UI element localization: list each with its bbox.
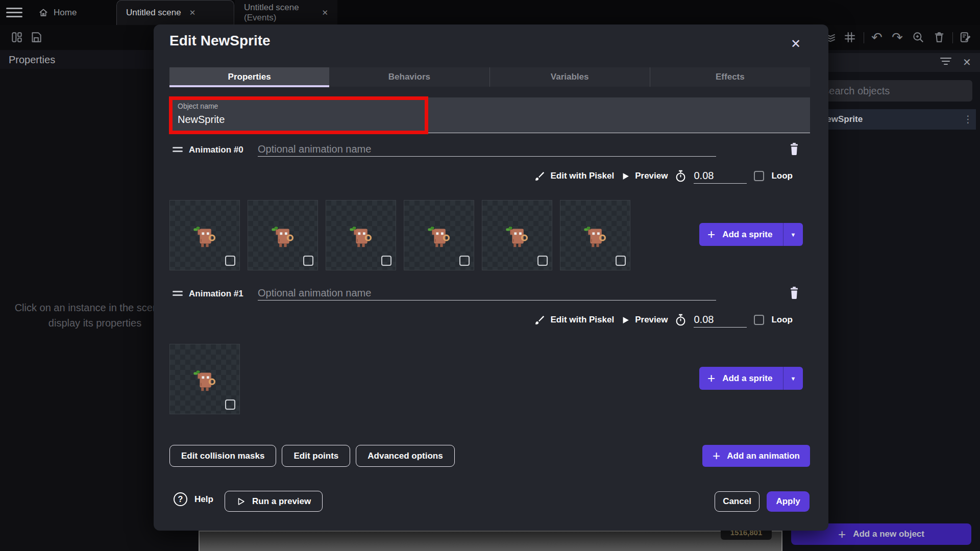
edit-sprite-dialog: Edit NewSprite ✕ Properties Behaviors Va…	[154, 24, 828, 531]
scene-canvas[interactable]	[199, 531, 782, 551]
animation-name-input[interactable]	[258, 142, 716, 157]
save-icon[interactable]	[30, 31, 43, 44]
close-icon[interactable]: ✕	[963, 56, 971, 68]
animation-label: Animation #0	[189, 145, 243, 155]
loop-label: Loop	[771, 315, 793, 325]
hamburger-icon	[6, 8, 22, 9]
chevron-down-icon[interactable]: ▼	[783, 375, 803, 382]
undo-icon[interactable]: ↶	[870, 31, 884, 44]
dialog-title: Edit NewSprite	[169, 33, 271, 49]
zoom-in-icon[interactable]	[912, 31, 925, 44]
add-sprite-button[interactable]: + Add a sprite ▼	[699, 223, 803, 246]
edit-with-piskel-button[interactable]: Edit with Piskel	[534, 170, 614, 182]
play-icon	[621, 172, 630, 181]
plus-icon: +	[707, 227, 715, 242]
frame-checkbox[interactable]	[303, 256, 313, 266]
grid-icon[interactable]	[843, 31, 856, 44]
redo-icon[interactable]: ↷	[891, 31, 904, 44]
sprite-tools-row: Edit collision masks Edit points Advance…	[169, 445, 455, 467]
drag-handle-icon[interactable]	[173, 291, 183, 296]
add-sprite-label: Add a sprite	[722, 230, 772, 240]
chevron-down-icon[interactable]: ▼	[783, 232, 803, 238]
tab-untitled-scene-events[interactable]: Untitled scene (Events) ✕	[235, 0, 337, 25]
plus-icon: +	[838, 528, 846, 541]
frame-checkbox[interactable]	[381, 256, 391, 266]
brush-icon	[534, 314, 545, 325]
main-menu-button[interactable]	[6, 8, 22, 18]
run-preview-label: Run a preview	[252, 496, 311, 507]
frames-row	[169, 200, 630, 270]
advanced-options-button[interactable]: Advanced options	[356, 445, 454, 467]
tab-home-label: Home	[54, 8, 77, 18]
drag-handle-icon[interactable]	[173, 147, 183, 152]
preview-button[interactable]: Preview	[621, 171, 668, 181]
plus-icon: +	[707, 370, 715, 386]
tab-behaviors[interactable]: Behaviors	[329, 67, 489, 87]
tab-home[interactable]: Home	[29, 0, 86, 25]
animation-header: Animation #0	[169, 142, 810, 157]
animation-header: Animation #1	[169, 286, 810, 300]
tab-properties[interactable]: Properties	[169, 67, 329, 87]
frame-delay-input[interactable]	[694, 168, 747, 184]
preview-label: Preview	[635, 171, 668, 181]
sprite-frame-thumbnail[interactable]	[169, 344, 240, 414]
dialog-footer: ? Help Run a preview Cancel Apply	[169, 489, 810, 512]
sprite-frame-thumbnail[interactable]	[404, 200, 474, 270]
preview-label: Preview	[635, 315, 668, 325]
pig-sprite-image	[501, 225, 533, 255]
pig-sprite-image	[266, 225, 299, 255]
delete-animation-button[interactable]	[788, 286, 801, 300]
animation-label: Animation #1	[189, 289, 243, 299]
help-button[interactable]: ? Help	[174, 492, 213, 506]
stopwatch-icon	[675, 170, 687, 183]
edit-with-piskel-button[interactable]: Edit with Piskel	[534, 314, 614, 325]
preview-button[interactable]: Preview	[621, 315, 668, 325]
help-icon: ?	[174, 492, 187, 506]
brush-icon	[534, 170, 545, 182]
object-name-field[interactable]: Object name NewSprite	[169, 97, 810, 133]
edit-points-button[interactable]: Edit points	[282, 445, 350, 467]
sprite-frame-thumbnail[interactable]	[482, 200, 552, 270]
frame-checkbox[interactable]	[459, 256, 470, 266]
delete-animation-button[interactable]	[788, 142, 801, 157]
animation-name-input[interactable]	[258, 286, 716, 300]
dialog-tab-bar: Properties Behaviors Variables Effects	[169, 67, 810, 87]
trash-icon[interactable]	[933, 31, 946, 44]
loop-checkbox[interactable]	[754, 171, 764, 181]
run-preview-button[interactable]: Run a preview	[225, 491, 323, 512]
plus-icon: +	[713, 448, 720, 464]
apply-button[interactable]: Apply	[767, 491, 810, 512]
frame-checkbox[interactable]	[537, 256, 548, 266]
frame-checkbox[interactable]	[225, 399, 235, 410]
sprite-frame-thumbnail[interactable]	[248, 200, 318, 270]
add-animation-label: Add an animation	[727, 451, 800, 461]
close-icon[interactable]: ✕	[322, 8, 328, 17]
tab-variables[interactable]: Variables	[489, 67, 650, 87]
top-tab-bar: Home Untitled scene ✕ Untitled scene (Ev…	[0, 0, 980, 25]
add-sprite-button[interactable]: + Add a sprite ▼	[699, 367, 803, 390]
sprite-frame-thumbnail[interactable]	[560, 200, 630, 270]
tab-untitled-scene[interactable]: Untitled scene ✕	[116, 0, 234, 25]
layout-panels-icon[interactable]	[10, 31, 23, 44]
more-options-icon[interactable]: ⋮	[963, 113, 973, 125]
frame-delay-input[interactable]	[694, 312, 747, 328]
close-icon[interactable]: ✕	[189, 8, 196, 17]
add-animation-button[interactable]: + Add an animation	[702, 445, 810, 467]
loop-checkbox[interactable]	[754, 315, 764, 325]
home-icon	[38, 8, 48, 18]
cancel-button[interactable]: Cancel	[715, 491, 760, 512]
rename-icon[interactable]	[959, 31, 972, 44]
stopwatch-icon	[675, 314, 687, 327]
close-icon[interactable]: ✕	[791, 37, 801, 51]
sprite-frame-thumbnail[interactable]	[326, 200, 396, 270]
filter-icon[interactable]	[940, 58, 951, 67]
object-name-value: NewSprite	[178, 114, 225, 126]
pig-sprite-image	[188, 225, 221, 255]
sprite-frame-thumbnail[interactable]	[169, 200, 240, 270]
frame-checkbox[interactable]	[616, 256, 626, 266]
frame-checkbox[interactable]	[225, 256, 235, 266]
tab-scene-label: Untitled scene	[126, 8, 181, 18]
edit-collision-masks-button[interactable]: Edit collision masks	[169, 445, 276, 467]
trash-icon	[788, 142, 800, 156]
tab-effects[interactable]: Effects	[650, 67, 810, 87]
